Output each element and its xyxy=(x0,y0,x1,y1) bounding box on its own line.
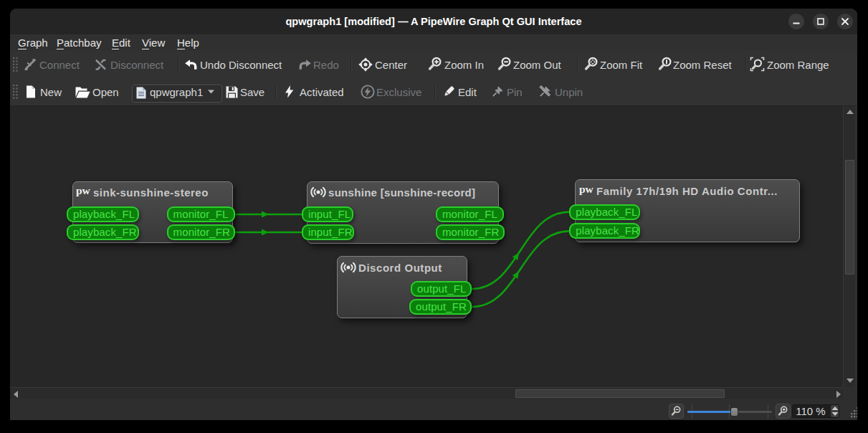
svg-text:pw: pw xyxy=(76,186,90,196)
svg-text:pw: pw xyxy=(579,184,593,195)
